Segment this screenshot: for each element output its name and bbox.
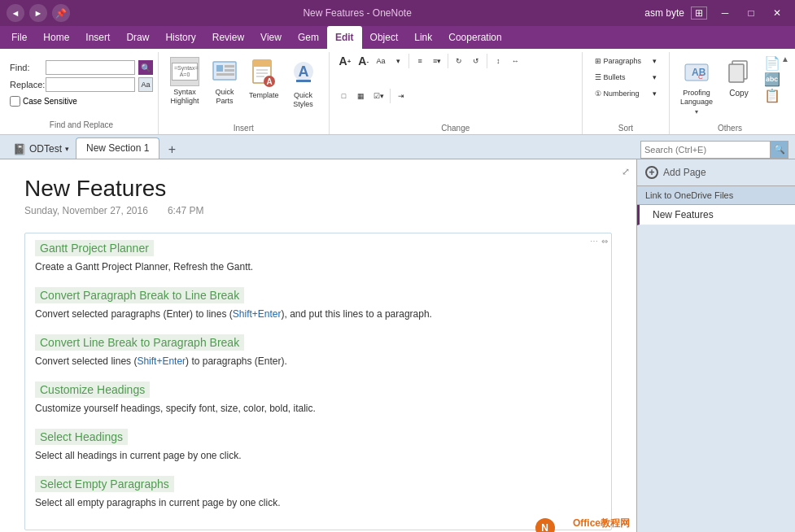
others-content: AB C ProofingLanguage ▾ Copy 📄 🔤: [676, 52, 784, 121]
window-title: New Features - OneNote: [70, 7, 644, 19]
menu-file[interactable]: File: [3, 26, 35, 49]
find-input[interactable]: [46, 60, 135, 75]
window-controls: ─ □ ✕: [714, 6, 788, 20]
copy-button[interactable]: Copy: [720, 55, 758, 100]
minimize-button[interactable]: ─: [714, 6, 736, 20]
others-btn2[interactable]: 🔤: [761, 72, 784, 86]
svg-rect-6: [253, 60, 271, 67]
replace-row: Replace: Aa: [10, 77, 153, 92]
others-label: Others: [676, 121, 784, 134]
page-date: Sunday, November 27, 2016 6:47 PM: [24, 205, 612, 216]
add-page-button[interactable]: + Add Page: [637, 159, 795, 185]
others-btn3[interactable]: 📋: [761, 88, 784, 102]
change-font-size-down[interactable]: A-: [355, 54, 372, 68]
add-page-label: Add Page: [663, 167, 706, 178]
resize-icon[interactable]: ⋯: [590, 237, 598, 246]
ribbon-collapse-button[interactable]: ▲: [779, 52, 792, 65]
change-indent[interactable]: ⇥: [393, 89, 409, 103]
forward-button[interactable]: ►: [29, 4, 47, 22]
bullets-arrow: ▾: [653, 73, 657, 81]
template-label: Template: [249, 91, 279, 99]
find-search-button[interactable]: 🔍: [138, 60, 153, 75]
change-case[interactable]: Aa: [373, 54, 389, 68]
change-size1[interactable]: ↕: [490, 54, 506, 68]
quick-parts-icon: [210, 57, 239, 86]
menu-review[interactable]: Review: [204, 26, 252, 49]
change-rotate-cw[interactable]: ↻: [451, 54, 467, 68]
menu-history[interactable]: History: [157, 26, 203, 49]
syntax-highlight-button[interactable]: =Syntax= A=0 SyntaxHighlight: [165, 54, 204, 109]
expand-icon[interactable]: ⤢: [622, 166, 630, 177]
change-size2[interactable]: ↔: [507, 54, 523, 68]
feature-desc-4: Select all headings in current page by o…: [35, 448, 601, 463]
bullets-button[interactable]: ☰ Bullets▾: [589, 70, 662, 85]
menu-gem[interactable]: Gem: [290, 26, 327, 49]
menu-home[interactable]: Home: [35, 26, 77, 49]
paragraphs-button[interactable]: ⊞ Paragraphs▾: [589, 54, 662, 68]
find-replace-group: Find: 🔍 Replace: Aa Case Sensitive Find …: [5, 52, 159, 134]
back-button[interactable]: ◄: [7, 4, 24, 22]
feature-item-3: Customize Headings Customize yourself he…: [35, 382, 601, 416]
resize-handle[interactable]: ⇔: [601, 237, 608, 246]
template-button[interactable]: A Template: [245, 54, 283, 102]
feature-box: ⋯ ⇔ Gantt Project Planner Create a Gantt…: [24, 233, 612, 530]
svg-text:C: C: [698, 73, 703, 81]
change-font-size-up[interactable]: A+: [336, 54, 355, 68]
feature-item-4: Select Headings Select all headings in c…: [35, 429, 601, 463]
proofing-dropdown-arrow: ▾: [695, 108, 698, 116]
insert-group: =Syntax= A=0 SyntaxHighlight: [159, 52, 330, 134]
change-grid1[interactable]: □: [336, 89, 352, 103]
change-align1[interactable]: ≡: [412, 54, 428, 68]
feature-desc-3: Customize yourself headings, specify fon…: [35, 401, 601, 416]
change-align2[interactable]: ≡▾: [429, 54, 445, 68]
menu-object[interactable]: Object: [362, 26, 407, 49]
tab-search: 🔍: [640, 141, 788, 159]
close-button[interactable]: ✕: [766, 6, 788, 20]
restore-btn[interactable]: ⊞: [691, 7, 707, 20]
main-area: ⤢ New Features Sunday, November 27, 2016…: [0, 159, 795, 532]
link-to-onedrive-section: Link to OneDrive Files: [637, 185, 795, 205]
syntax-highlight-icon: =Syntax= A=0: [170, 57, 199, 86]
numbering-button[interactable]: ① Numbering▾: [589, 86, 662, 101]
menu-bar: File Home Insert Draw History Review Vie…: [0, 26, 795, 49]
replace-options-btn[interactable]: Aa: [138, 77, 153, 92]
menu-cooperation[interactable]: Cooperation: [440, 26, 509, 49]
change-content: A+ A- Aa ▾ ≡ ≡▾ ↻ ↺ ↕ ↔ □ ▦ ☑▾ ⇥: [336, 52, 575, 121]
change-case-dropdown[interactable]: ▾: [390, 54, 406, 68]
quick-parts-button[interactable]: QuickParts: [206, 54, 243, 109]
find-label: Find:: [10, 63, 42, 72]
pin-button[interactable]: 📌: [52, 4, 70, 22]
divider3: [487, 54, 487, 68]
page-item-new-features[interactable]: New Features: [637, 205, 795, 225]
quick-styles-label: QuickStyles: [293, 91, 313, 109]
sort-group: ⊞ Paragraphs▾ ☰ Bullets▾ ① Numbering▾ So…: [583, 52, 670, 134]
insert-label: Insert: [165, 121, 322, 134]
proofing-language-button[interactable]: AB C ProofingLanguage ▾: [676, 55, 717, 118]
copy-label: Copy: [729, 89, 748, 98]
divider4: [390, 89, 391, 103]
notebook-label[interactable]: 📓 ODTest ▾: [7, 140, 76, 159]
page-item-label: New Features: [653, 209, 714, 220]
svg-rect-1: [216, 65, 223, 72]
menu-view[interactable]: View: [252, 26, 290, 49]
section-tab[interactable]: New Section 1: [76, 137, 159, 159]
change-grid2[interactable]: ▦: [353, 89, 369, 103]
replace-input[interactable]: [46, 77, 135, 92]
maximize-button[interactable]: □: [740, 6, 762, 20]
add-section-button[interactable]: +: [163, 141, 181, 159]
feature-item-5: Select Empty Paragraphs Select all empty…: [35, 476, 601, 510]
change-rotate-ccw[interactable]: ↺: [468, 54, 484, 68]
search-button[interactable]: 🔍: [771, 141, 788, 159]
case-sensitive-checkbox[interactable]: [10, 96, 20, 107]
paragraphs-arrow: ▾: [653, 57, 657, 65]
search-input[interactable]: [640, 141, 771, 159]
feature-item-0: Gantt Project Planner Create a Gantt Pro…: [35, 240, 601, 274]
proofing-language-icon: AB C: [682, 58, 711, 87]
quick-styles-button[interactable]: A QuickStyles: [285, 54, 322, 112]
menu-edit[interactable]: Edit: [327, 26, 362, 49]
menu-insert[interactable]: Insert: [77, 26, 118, 49]
quick-styles-icon: A: [289, 57, 318, 89]
change-check[interactable]: ☑▾: [370, 89, 387, 103]
menu-draw[interactable]: Draw: [118, 26, 157, 49]
menu-link[interactable]: Link: [406, 26, 440, 49]
